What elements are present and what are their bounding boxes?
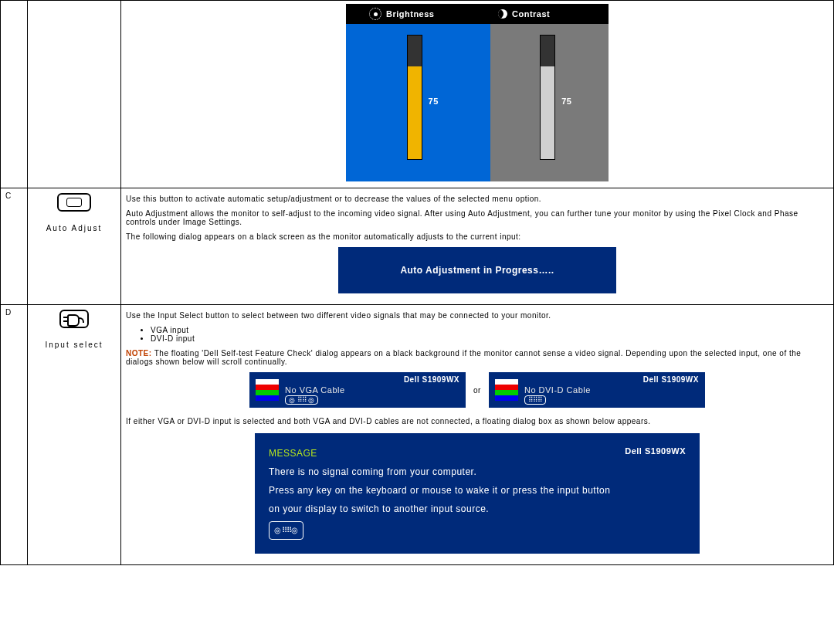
row-d-p1: Use the Input Select button to select be… bbox=[126, 311, 829, 320]
input-select-label: Input select bbox=[32, 341, 116, 349]
row-b-iconcell bbox=[28, 1, 121, 188]
brightness-icon bbox=[369, 8, 381, 20]
row-c-content: Use this button to activate automatic se… bbox=[121, 188, 834, 305]
osd-table: Brightness 75 Contrast 75 C A bbox=[0, 0, 834, 565]
contrast-label: Contrast bbox=[512, 9, 550, 19]
brightness-label: Brightness bbox=[386, 9, 434, 19]
or-text: or bbox=[473, 386, 481, 395]
row-b-letter bbox=[1, 1, 28, 188]
row-d-note: NOTE: The floating 'Dell Self-test Featu… bbox=[126, 349, 829, 366]
vga-connector-icon: ◎⠿⠿◎ bbox=[285, 395, 318, 405]
auto-adjust-dialog: Auto Adjustment in Progress….. bbox=[338, 247, 616, 293]
message-line3: on your display to switch to another inp… bbox=[269, 500, 686, 518]
contrast-icon bbox=[498, 9, 507, 19]
no-signal-dialog: MESSAGE Dell S1909WX There is no signal … bbox=[255, 433, 700, 554]
no-dvid-brand: Dell S1909WX bbox=[643, 375, 699, 384]
no-dvid-text: No DVI-D Cable bbox=[524, 385, 591, 395]
row-c-p1: Use this button to activate automatic se… bbox=[126, 195, 829, 203]
list-item: VGA input bbox=[151, 326, 829, 334]
vga-connector-icon: ◎⠿⠿◎ bbox=[269, 521, 303, 540]
auto-adjust-icon bbox=[57, 193, 91, 212]
list-item: DVI-D input bbox=[151, 334, 829, 343]
no-vga-brand: Dell S1909WX bbox=[404, 375, 459, 384]
row-d-pafter: If either VGA or DVI-D input is selected… bbox=[126, 417, 829, 425]
cable-dialog-row: No VGA Cable Dell S1909WX ◎⠿⠿◎ or No DVI… bbox=[126, 372, 829, 408]
row-d-content: Use the Input Select button to select be… bbox=[121, 305, 834, 565]
message-line1: There is no signal coming from your comp… bbox=[269, 463, 686, 481]
brightness-value: 75 bbox=[429, 97, 439, 106]
message-line2: Press any key on the keyboard or mouse t… bbox=[269, 481, 686, 500]
row-d-letter: D bbox=[1, 305, 28, 565]
message-head: MESSAGE bbox=[269, 444, 686, 463]
brightness-pane: Brightness 75 bbox=[346, 4, 490, 181]
contrast-value: 75 bbox=[561, 97, 571, 106]
no-vga-dialog: No VGA Cable Dell S1909WX ◎⠿⠿◎ bbox=[249, 372, 466, 408]
row-c-iconcell: Auto Adjust bbox=[28, 188, 121, 305]
contrast-bar bbox=[540, 35, 555, 160]
row-b-content: Brightness 75 Contrast 75 bbox=[121, 1, 834, 188]
row-c-letter: C bbox=[1, 188, 28, 305]
brightness-contrast-panel: Brightness 75 Contrast 75 bbox=[346, 4, 609, 181]
row-c-p3: The following dialog appears on a black … bbox=[126, 232, 829, 241]
auto-adjust-label: Auto Adjust bbox=[32, 224, 116, 232]
contrast-header: Contrast bbox=[490, 4, 609, 24]
contrast-pane: Contrast 75 bbox=[490, 4, 609, 181]
input-list: VGA input DVI-D input bbox=[140, 326, 829, 343]
rgb-stripes-icon bbox=[256, 379, 279, 401]
brightness-header: Brightness bbox=[346, 4, 490, 24]
input-select-icon bbox=[59, 310, 89, 328]
message-brand: Dell S1909WX bbox=[625, 442, 686, 459]
note-label: NOTE: bbox=[126, 349, 152, 358]
row-d-iconcell: Input select bbox=[28, 305, 121, 565]
rgb-stripes-icon bbox=[495, 379, 518, 401]
row-c-p2: Auto Adjustment allows the monitor to se… bbox=[126, 209, 829, 226]
no-vga-text: No VGA Cable bbox=[285, 385, 345, 395]
brightness-bar bbox=[407, 35, 422, 160]
dvid-connector-icon: ⠿⠿⠿ bbox=[524, 395, 546, 405]
no-dvid-dialog: No DVI-D Cable Dell S1909WX ⠿⠿⠿ bbox=[489, 372, 705, 408]
note-text: The floating 'Dell Self-test Feature Che… bbox=[126, 349, 801, 366]
